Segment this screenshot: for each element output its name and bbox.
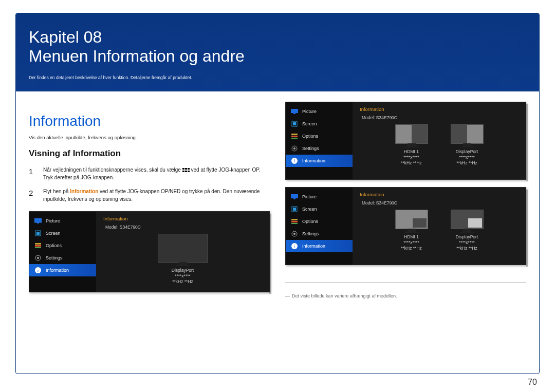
thumb-label-dp: DisplayPort****x******kHz **Hz (456, 234, 478, 251)
osd-menu-screen[interactable]: Screen (286, 118, 353, 130)
svg-rect-2 (188, 168, 190, 170)
svg-rect-29 (293, 198, 295, 199)
svg-rect-31 (293, 208, 296, 211)
monitor-preview-pip-sub (451, 210, 484, 229)
svg-rect-34 (291, 223, 298, 224)
footnote-divider (285, 283, 526, 283)
svg-rect-7 (37, 222, 39, 223)
svg-rect-33 (291, 221, 298, 222)
osd-menu-screen[interactable]: Screen (286, 203, 353, 215)
svg-rect-22 (291, 136, 298, 137)
gear-icon (291, 231, 298, 237)
osd-menu-options[interactable]: Options (29, 239, 96, 252)
options-icon (34, 242, 42, 249)
monitor-icon (34, 218, 42, 224)
thumb-label-dp: DisplayPort****x******kHz **Hz (456, 149, 478, 166)
osd-menu-options[interactable]: Options (286, 215, 353, 228)
osd-panel-title: Information (360, 106, 519, 112)
dash-icon: ― (285, 293, 290, 298)
svg-rect-5 (188, 171, 190, 172)
osd-model-text: Model: S34E790C (360, 115, 519, 120)
svg-rect-4 (185, 171, 187, 172)
osd-panel-title: Information (360, 192, 519, 197)
osd-menu-picture[interactable]: Picture (286, 191, 353, 203)
svg-rect-10 (35, 243, 41, 245)
monitor-preview-pbp-right (451, 124, 484, 144)
monitor-icon (291, 108, 298, 115)
screen-icon (291, 206, 298, 212)
svg-rect-21 (291, 134, 298, 135)
thumb-label-dp: DisplayPort ****x**** **kHz **Hz (172, 268, 194, 285)
monitor-icon (291, 194, 298, 200)
osd-menu: Picture Screen Options Settings iInforma… (29, 212, 96, 292)
intro-text: Vis den aktuelle inputkilde, frekvens og… (29, 135, 270, 140)
svg-rect-28 (291, 194, 298, 198)
svg-rect-6 (34, 218, 42, 222)
page-number: 70 (528, 378, 537, 387)
osd-menu-information[interactable]: iInformation (29, 264, 96, 276)
svg-rect-1 (185, 168, 187, 170)
osd-panel-pip: Picture Screen Options Settings iInforma… (285, 187, 526, 265)
svg-rect-11 (35, 245, 41, 247)
step-1-number: 1 (29, 166, 37, 181)
osd-panel-pbp: Picture Screen Options Settings iInforma… (285, 102, 526, 180)
chapter-label: Kapitel 08 (29, 28, 102, 46)
step-2-text: Flyt hen på Information ved at flytte JO… (43, 188, 270, 203)
thumb-label-hdmi: HDMI 1****x******kHz **Hz (401, 234, 422, 251)
svg-rect-9 (36, 232, 40, 235)
osd-menu-settings[interactable]: Settings (29, 252, 96, 264)
svg-rect-18 (293, 113, 295, 114)
options-icon (291, 218, 298, 225)
info-icon: i (291, 158, 298, 164)
osd-menu-information[interactable]: iInformation (286, 155, 353, 167)
step-2: 2 Flyt hen på Information ved at flytte … (29, 188, 270, 203)
screen-icon (291, 121, 298, 127)
osd-menu-settings[interactable]: Settings (286, 142, 353, 155)
footnote: ―Det viste billede kan variere afhængigt… (285, 293, 526, 298)
osd-model-text: Model: S34E790C (360, 200, 519, 206)
osd-menu-screen[interactable]: Screen (29, 227, 96, 239)
osd-panel-single: Picture Screen Options Settings iInforma… (29, 211, 270, 292)
hero-subtext: Der findes en detaljeret beskrivelse af … (29, 75, 526, 80)
step-2-number: 2 (29, 188, 37, 203)
svg-rect-0 (182, 168, 184, 170)
svg-point-14 (37, 257, 39, 259)
osd-menu-settings[interactable]: Settings (286, 228, 353, 240)
svg-rect-3 (182, 171, 184, 172)
step-2-highlight: Information (70, 189, 98, 194)
svg-rect-20 (293, 122, 296, 125)
gear-icon (34, 255, 42, 261)
osd-menu-picture[interactable]: Picture (286, 105, 353, 118)
info-icon: i (291, 243, 298, 249)
svg-point-25 (293, 147, 295, 150)
menu-grid-icon (182, 168, 190, 172)
gear-icon (291, 145, 298, 152)
step-1: 1 Når vejledningen til funktionsknappern… (29, 166, 270, 181)
osd-menu-options[interactable]: Options (286, 130, 353, 142)
osd-menu-information[interactable]: iInformation (286, 240, 353, 252)
monitor-preview-pbp-left (395, 124, 428, 144)
chapter-heading: Kapitel 08 Menuen Information og andre (29, 28, 526, 66)
info-icon: i (34, 267, 42, 273)
svg-rect-12 (35, 247, 41, 248)
osd-model-text: Model: S34E790C (103, 225, 262, 230)
osd-menu: Picture Screen Options Settings iInforma… (286, 102, 353, 179)
monitor-preview-single (158, 234, 208, 263)
step-1-text: Når vejledningen til funktionsknapperne … (43, 166, 270, 181)
osd-panel-title: Information (103, 216, 262, 221)
chapter-title: Menuen Information og andre (29, 47, 245, 65)
options-icon (291, 133, 298, 139)
svg-rect-17 (291, 109, 298, 113)
subsection-heading: Visning af Information (29, 148, 270, 159)
osd-menu-picture[interactable]: Picture (29, 215, 96, 227)
monitor-preview-pip-main (395, 210, 428, 229)
osd-menu: Picture Screen Options Settings iInforma… (286, 188, 353, 265)
screen-icon (34, 230, 42, 236)
svg-rect-23 (291, 138, 298, 139)
thumb-label-hdmi: HDMI 1****x******kHz **Hz (401, 149, 422, 166)
section-heading-information: Information (29, 113, 270, 129)
svg-rect-32 (291, 219, 298, 220)
svg-point-36 (293, 233, 295, 235)
